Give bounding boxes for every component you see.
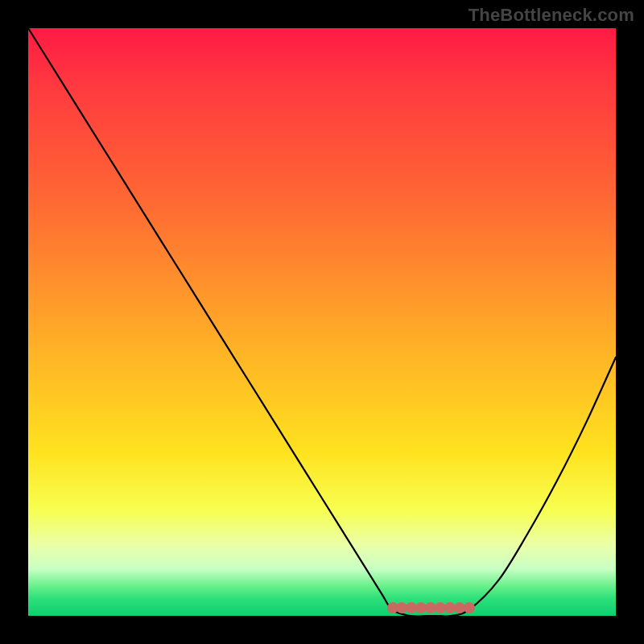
chart-container: TheBottleneck.com bbox=[0, 0, 644, 644]
plot-area bbox=[28, 28, 616, 616]
optimal-dot bbox=[464, 602, 475, 613]
watermark-text: TheBottleneck.com bbox=[469, 5, 634, 26]
optimal-range-dots bbox=[28, 28, 616, 616]
